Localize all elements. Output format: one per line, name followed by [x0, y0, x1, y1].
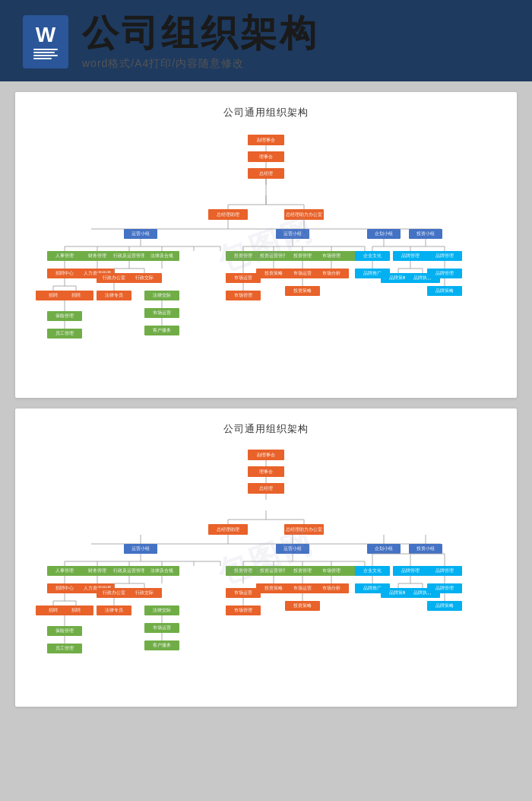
svg-text:理事会: 理事会	[259, 154, 273, 158]
svg-text:品牌管理: 品牌管理	[401, 253, 420, 258]
word-line	[33, 58, 52, 59]
word-line	[33, 52, 55, 53]
svg-text:品牌管理: 品牌管理	[435, 586, 454, 590]
svg-text:品牌管理: 品牌管理	[435, 253, 454, 258]
svg-text:法律专员: 法律专员	[105, 293, 123, 297]
org-chart-1: 副理事会 理事会 总经理 总经理助理 总经理助力办公室 运营小组 运营小	[23, 129, 509, 387]
svg-text:法律及合规: 法律及合规	[150, 568, 173, 573]
svg-text:招聘中心: 招聘中心	[55, 585, 74, 590]
doc-title-2: 公司通用组织架构	[23, 422, 509, 436]
svg-text:投资策略: 投资策略	[293, 603, 312, 608]
svg-text:市场运营: 市场运营	[153, 310, 171, 315]
svg-text:市场管理: 市场管理	[322, 567, 340, 573]
svg-text:市场运营: 市场运营	[153, 625, 171, 630]
svg-text:招聘: 招聘	[48, 608, 58, 612]
svg-text:品牌策略: 品牌策略	[435, 603, 454, 608]
svg-text:招聘中心: 招聘中心	[55, 270, 74, 275]
svg-text:客户服务: 客户服务	[153, 327, 171, 332]
svg-text:投资管理: 投资管理	[233, 253, 252, 258]
svg-text:投资小组: 投资小组	[416, 231, 435, 236]
page-subtitle: word格式/A4打印/内容随意修改	[82, 57, 319, 71]
svg-text:品牌策略: 品牌策略	[389, 590, 407, 595]
svg-text:行政办公室: 行政办公室	[103, 590, 125, 595]
word-icon: W	[23, 15, 68, 68]
svg-text:员工管理: 员工管理	[55, 646, 74, 650]
word-lines	[33, 49, 58, 59]
svg-text:法律专员: 法律专员	[105, 608, 123, 612]
svg-text:市场管理: 市场管理	[234, 292, 252, 297]
svg-text:投资管理: 投资管理	[293, 253, 312, 258]
svg-text:总经理助力办公室: 总经理助力办公室	[285, 211, 322, 216]
svg-text:人事管理: 人事管理	[55, 253, 74, 258]
svg-text:总经理: 总经理	[258, 485, 273, 490]
svg-text:市场运营: 市场运营	[234, 275, 252, 280]
svg-text:保险管理: 保险管理	[55, 628, 74, 633]
doc-title-1: 公司通用组织架构	[23, 106, 509, 119]
word-letter: W	[36, 24, 55, 46]
svg-text:品牌推广: 品牌推广	[363, 585, 382, 590]
svg-text:副理事会: 副理事会	[257, 452, 275, 456]
svg-text:运营小组: 运营小组	[131, 546, 150, 551]
doc-card-2: 公司通用组织架构 包图网 副理事会 理事会 总经理 总经理助理 总经理助力办公室	[15, 408, 517, 707]
page-title: 公司组织架构	[82, 14, 319, 54]
svg-text:法律交际: 法律交际	[153, 607, 171, 612]
svg-text:行政交际: 行政交际	[135, 275, 154, 280]
svg-text:总经理助理: 总经理助理	[216, 211, 239, 216]
svg-text:市场运营: 市场运营	[293, 585, 312, 590]
svg-text:招聘: 招聘	[71, 608, 81, 612]
svg-text:投资小组: 投资小组	[416, 546, 435, 551]
svg-text:品牌管理: 品牌管理	[435, 568, 454, 573]
svg-text:品牌策略: 品牌策略	[389, 275, 407, 280]
doc-card-1: 公司通用组织架构 包图网 副理事会 理事会 总经理 总经理助理 总经理助力办公室	[15, 92, 517, 398]
svg-text:市场管理: 市场管理	[322, 253, 340, 258]
svg-text:企划小组: 企划小组	[375, 546, 393, 551]
svg-text:市场分析: 市场分析	[322, 585, 340, 590]
svg-text:市场管理: 市场管理	[234, 607, 252, 612]
svg-text:企业文化: 企业文化	[363, 253, 382, 258]
svg-text:市场运营: 市场运营	[234, 590, 252, 595]
svg-text:行政及运营管理: 行政及运营管理	[113, 568, 145, 573]
svg-text:行政及运营管理: 行政及运营管理	[113, 253, 145, 258]
svg-text:投资管理: 投资管理	[293, 568, 312, 573]
svg-text:品牌管理: 品牌管理	[435, 271, 454, 275]
word-line	[33, 55, 58, 56]
svg-text:品牌策略: 品牌策略	[435, 288, 454, 293]
svg-text:投资运营管理: 投资运营管理	[259, 253, 287, 258]
svg-text:运营小组: 运营小组	[283, 546, 302, 551]
svg-text:总经理助力办公室: 总经理助力办公室	[285, 526, 322, 531]
svg-text:市场分析: 市场分析	[322, 270, 340, 275]
svg-text:人事管理: 人事管理	[55, 568, 74, 573]
svg-text:运营小组: 运营小组	[283, 231, 302, 236]
svg-text:财务管理: 财务管理	[88, 253, 106, 258]
svg-text:企业文化: 企业文化	[363, 567, 382, 573]
word-line	[33, 49, 58, 50]
svg-text:投资策略: 投资策略	[264, 271, 283, 275]
svg-text:副理事会: 副理事会	[257, 137, 275, 141]
svg-text:保险管理: 保险管理	[55, 313, 74, 318]
svg-text:招聘: 招聘	[71, 293, 81, 297]
svg-text:法律交际: 法律交际	[153, 292, 171, 297]
svg-text:总经理助理: 总经理助理	[216, 526, 239, 531]
svg-text:客户服务: 客户服务	[153, 642, 171, 647]
svg-text:财务管理: 财务管理	[88, 568, 106, 573]
header-text: 公司组织架构 word格式/A4打印/内容随意修改	[82, 14, 319, 71]
svg-text:法律及合规: 法律及合规	[150, 253, 173, 258]
svg-text:行政交际: 行政交际	[135, 590, 154, 595]
svg-text:运营小组: 运营小组	[131, 231, 150, 236]
svg-text:投资策略: 投资策略	[264, 586, 283, 590]
svg-text:招聘: 招聘	[48, 293, 58, 297]
svg-text:投资运营管理: 投资运营管理	[259, 568, 287, 573]
svg-text:行政办公室: 行政办公室	[103, 275, 125, 280]
svg-text:投资管理: 投资管理	[233, 568, 252, 573]
svg-text:投资策略: 投资策略	[293, 288, 312, 293]
svg-text:品牌推广: 品牌推广	[363, 270, 382, 275]
org-chart-2: 副理事会 理事会 总经理 总经理助理 总经理助力办公室 运营小组 运营小组 企划…	[23, 445, 509, 696]
svg-text:品牌管理: 品牌管理	[401, 568, 420, 573]
svg-text:市场运营: 市场运营	[293, 270, 312, 275]
svg-text:理事会: 理事会	[259, 469, 273, 473]
svg-text:企划小组: 企划小组	[375, 231, 393, 236]
svg-text:员工管理: 员工管理	[55, 331, 74, 335]
header: W 公司组织架构 word格式/A4打印/内容随意修改	[0, 0, 532, 81]
svg-text:总经理: 总经理	[258, 170, 273, 175]
